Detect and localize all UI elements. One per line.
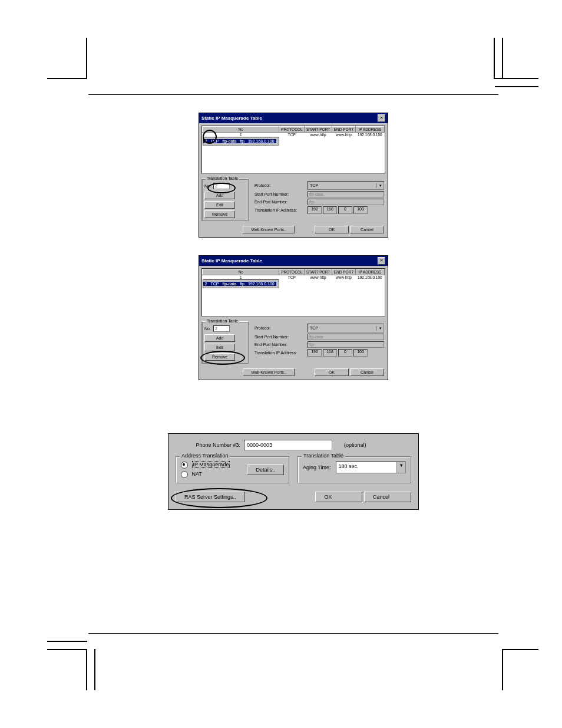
- add-button[interactable]: Add: [204, 334, 235, 342]
- end-port-field[interactable]: ftp: [308, 341, 384, 348]
- translation-table-legend: Translation Table: [206, 319, 239, 323]
- col-protocol[interactable]: PROTOCOL: [279, 269, 305, 275]
- static-ip-masq-dialog-1: Static IP Masquerade Table × No PROTOCOL…: [199, 113, 388, 238]
- col-no[interactable]: No: [203, 127, 279, 133]
- cancel-button[interactable]: Cancel: [350, 368, 384, 376]
- col-end-port[interactable]: END PORT: [332, 269, 356, 275]
- end-port-field[interactable]: ftp: [308, 199, 384, 205]
- nat-radio[interactable]: [181, 471, 188, 478]
- ip-octet-4[interactable]: 100: [353, 206, 368, 214]
- remove-button[interactable]: Remove: [204, 210, 235, 218]
- details-button[interactable]: Details..: [247, 465, 284, 475]
- dialog-titlebar: Static IP Masquerade Table ×: [199, 113, 388, 123]
- chevron-down-icon[interactable]: ▾: [376, 326, 384, 331]
- table-row[interactable]: 1 TCP www-http www-http 192.168.0.100: [203, 275, 385, 280]
- dialog-title: Static IP Masquerade Table: [201, 258, 262, 263]
- edit-button[interactable]: Edit: [204, 344, 235, 351]
- optional-label: (optional): [344, 442, 366, 448]
- connection-settings-dialog: Phone Number #3: (optional) Address Tran…: [168, 433, 419, 510]
- ip-octet-2[interactable]: 168: [323, 349, 337, 357]
- masq-table-list[interactable]: No PROTOCOL START PORT END PORT IP ADDRE…: [201, 268, 385, 317]
- col-protocol[interactable]: PROTOCOL: [279, 127, 305, 133]
- cancel-button[interactable]: Cancel: [350, 226, 384, 233]
- ip-octet-3[interactable]: 0: [338, 349, 352, 357]
- no-field[interactable]: 2: [213, 183, 230, 189]
- ok-button[interactable]: OK: [315, 226, 349, 233]
- ip-masquerade-label[interactable]: IP Masquerade: [192, 461, 230, 468]
- table-row[interactable]: 2 TCP ftp-data ftp 192.168.0.100: [203, 279, 279, 288]
- protocol-select[interactable]: TCP ▾: [308, 324, 384, 332]
- col-end-port[interactable]: END PORT: [332, 127, 356, 133]
- close-icon[interactable]: ×: [378, 114, 385, 122]
- edit-button[interactable]: Edit: [204, 201, 235, 209]
- ip-octet-4[interactable]: 100: [353, 349, 368, 357]
- translation-table-legend: Translation Table: [206, 176, 239, 180]
- ip-masquerade-radio[interactable]: [181, 462, 188, 469]
- aging-time-select[interactable]: 180 sec.: [336, 462, 396, 473]
- table-row[interactable]: 1 TCP www-http www-http 192.168.0.100: [203, 133, 385, 137]
- col-start-port[interactable]: START PORT: [305, 127, 332, 133]
- close-icon[interactable]: ×: [378, 257, 385, 265]
- translation-ip-label: Translation IP Address:: [254, 351, 308, 355]
- dialog-title: Static IP Masquerade Table: [201, 116, 262, 121]
- remove-button[interactable]: Remove: [204, 353, 235, 361]
- protocol-select[interactable]: TCP ▾: [308, 181, 384, 190]
- protocol-label: Protocol:: [254, 326, 308, 330]
- col-no[interactable]: No: [203, 269, 279, 275]
- end-port-label: End Port Number:: [254, 200, 308, 204]
- col-ip-address[interactable]: IP ADDRESS: [355, 269, 384, 275]
- start-port-label: Start Port Number:: [254, 192, 308, 196]
- address-translation-legend: Address Translation: [180, 453, 230, 459]
- ok-button[interactable]: OK: [315, 368, 349, 376]
- ip-octet-3[interactable]: 0: [338, 206, 352, 214]
- ip-octet-1[interactable]: 192: [308, 206, 322, 214]
- cancel-button[interactable]: Cancel: [364, 492, 411, 502]
- protocol-label: Protocol:: [254, 183, 308, 187]
- phone-number-label: Phone Number #3:: [176, 442, 244, 448]
- ip-octet-2[interactable]: 168: [323, 206, 337, 214]
- masq-table-list[interactable]: No PROTOCOL START PORT END PORT IP ADDRE…: [201, 126, 385, 174]
- well-known-ports-button[interactable]: Well-Known Ports..: [243, 226, 295, 233]
- start-port-label: Start Port Number:: [254, 335, 308, 339]
- ok-button[interactable]: OK: [315, 492, 362, 502]
- col-start-port[interactable]: START PORT: [305, 269, 332, 275]
- phone-number-field[interactable]: [244, 440, 332, 450]
- start-port-field[interactable]: ftp-data: [308, 334, 384, 340]
- ras-server-settings-button[interactable]: RAS Server Settings..: [176, 492, 245, 502]
- ip-octet-1[interactable]: 192: [308, 349, 322, 357]
- well-known-ports-button[interactable]: Well-Known Ports..: [243, 368, 295, 376]
- col-ip-address[interactable]: IP ADDRESS: [355, 127, 384, 133]
- no-label: No.: [204, 184, 211, 188]
- no-label: No.: [204, 327, 211, 331]
- end-port-label: End Port Number:: [254, 342, 308, 347]
- aging-time-label: Aging Time:: [303, 465, 331, 470]
- chevron-down-icon[interactable]: ▾: [376, 183, 384, 188]
- translation-table-legend-2: Translation Table: [302, 453, 345, 459]
- start-port-field[interactable]: ftp-data: [308, 191, 384, 197]
- static-ip-masq-dialog-2: Static IP Masquerade Table × No PROTOCOL…: [199, 255, 388, 380]
- no-field[interactable]: 2: [213, 325, 230, 332]
- dialog-titlebar: Static IP Masquerade Table ×: [199, 256, 388, 266]
- translation-ip-label: Translation IP Address:: [254, 208, 308, 212]
- nat-label[interactable]: NAT: [192, 471, 202, 477]
- chevron-down-icon[interactable]: ▾: [396, 462, 405, 473]
- add-button[interactable]: Add: [204, 192, 235, 199]
- table-row[interactable]: 2 TCP ftp-data ftp 192.168.0.100: [203, 137, 279, 146]
